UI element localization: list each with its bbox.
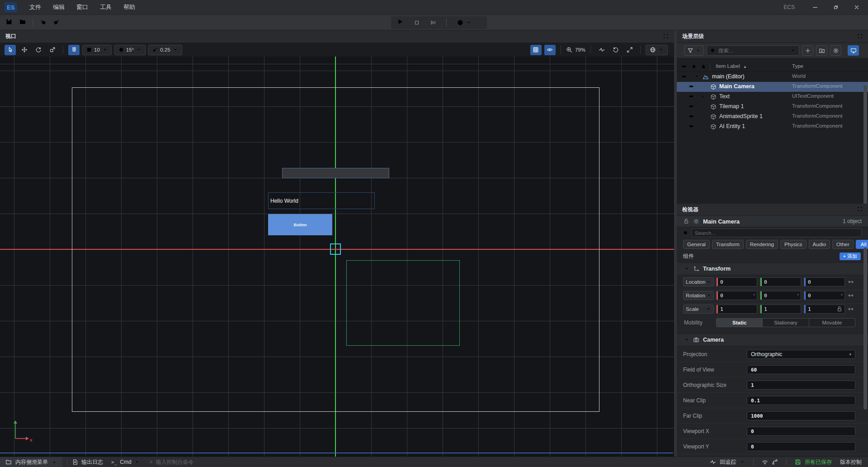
stop-button[interactable]: [414, 19, 420, 26]
source-control-branch-button[interactable]: [772, 459, 778, 465]
tree-row-text[interactable]: Text UITextComponent: [677, 92, 868, 102]
inspector-search-input[interactable]: [691, 229, 862, 237]
minimize-button[interactable]: [812, 4, 818, 10]
eye-icon[interactable]: [689, 114, 694, 120]
tab-transform[interactable]: Transform: [712, 240, 744, 249]
add-entity-button[interactable]: [802, 45, 813, 56]
hierarchy-settings-button[interactable]: [830, 45, 841, 56]
eye-icon[interactable]: [689, 94, 694, 100]
eye-icon[interactable]: [689, 124, 694, 130]
chevron-right-icon[interactable]: [700, 94, 706, 100]
redo-icon[interactable]: [53, 18, 60, 27]
traceback-dropdown[interactable]: 回追踪: [720, 458, 736, 466]
field-of-view-input[interactable]: [751, 367, 851, 373]
eye-icon[interactable]: [681, 74, 687, 81]
transform-section-header[interactable]: Transform: [677, 262, 868, 275]
scale-x-input[interactable]: [718, 306, 757, 312]
select-tool-button[interactable]: [5, 45, 16, 55]
scale-label-dropdown[interactable]: Scale: [683, 305, 714, 314]
far-clip-input[interactable]: [751, 413, 851, 419]
run-target-dropdown[interactable]: [457, 19, 472, 26]
lock-open-icon[interactable]: [836, 306, 843, 312]
lock-open-icon[interactable]: [683, 218, 689, 224]
hierarchy-expand-icon[interactable]: [857, 33, 863, 41]
tree-row-main-camera[interactable]: Main Camera TransformComponent: [677, 82, 868, 92]
menu-edit[interactable]: 编辑: [47, 0, 71, 15]
grid-visibility-toggle[interactable]: [530, 45, 542, 55]
app-logo[interactable]: ES: [5, 2, 17, 12]
scene-canvas[interactable]: Hello World Button x: [0, 57, 674, 457]
tab-physics[interactable]: Physics: [780, 240, 807, 249]
zoom-control[interactable]: 79%: [566, 47, 585, 53]
scale-y-input[interactable]: [762, 306, 801, 312]
stats-button[interactable]: [596, 45, 607, 55]
gear-icon[interactable]: [693, 218, 699, 224]
eye-icon[interactable]: [689, 84, 694, 91]
lock-column-icon[interactable]: [701, 64, 706, 70]
hierarchy-search-input[interactable]: [718, 48, 788, 53]
grid-snap-dropdown[interactable]: 10: [82, 45, 112, 55]
snap-toggle-button[interactable]: [68, 45, 80, 55]
play-button[interactable]: [396, 18, 404, 27]
close-button[interactable]: [854, 4, 860, 10]
menu-file[interactable]: 文件: [24, 0, 47, 15]
ui-text-element[interactable]: Hello World: [268, 192, 375, 209]
step-button[interactable]: [430, 19, 436, 26]
link-values-icon[interactable]: [848, 279, 854, 285]
filter-dropdown[interactable]: [684, 45, 704, 56]
tab-other[interactable]: Other: [832, 240, 854, 249]
column-type[interactable]: Type: [792, 63, 803, 69]
link-values-icon[interactable]: [848, 292, 854, 299]
chevron-down-icon[interactable]: [694, 74, 699, 81]
orthographic-size-input[interactable]: [751, 382, 851, 388]
tab-general[interactable]: General: [683, 240, 710, 249]
output-log-button[interactable]: 输出日志: [72, 458, 103, 466]
near-clip-input[interactable]: [751, 398, 851, 404]
inspector-expand-icon[interactable]: [857, 205, 863, 214]
menu-window[interactable]: 窗口: [71, 0, 94, 15]
viewport-expand-icon[interactable]: [663, 33, 669, 41]
viewport-x-input[interactable]: [751, 429, 851, 434]
open-folder-icon[interactable]: [19, 18, 26, 27]
column-item-label[interactable]: Item Label ▲: [716, 63, 747, 69]
entity-bounds-rect[interactable]: [346, 260, 460, 346]
vertical-scrollbar[interactable]: [863, 85, 867, 204]
rotation-snap-dropdown[interactable]: 15°: [114, 45, 146, 55]
tree-row-tilemap[interactable]: Tilemap 1 TransformComponent: [677, 102, 868, 112]
scale-tool-button[interactable]: [47, 45, 58, 55]
link-values-icon[interactable]: [848, 306, 854, 312]
gizmo-visibility-toggle[interactable]: [544, 45, 556, 55]
save-icon[interactable]: [5, 18, 13, 27]
location-x-input[interactable]: [718, 279, 757, 285]
tab-rendering[interactable]: Rendering: [746, 240, 778, 249]
connection-button[interactable]: [762, 459, 768, 465]
camera-section-header[interactable]: Camera: [677, 334, 868, 346]
content-drawer-button[interactable]: 内容侧滑菜单: [0, 457, 62, 467]
location-z-input[interactable]: [806, 279, 844, 285]
add-component-button[interactable]: + 添加: [840, 253, 861, 260]
tab-audio[interactable]: Audio: [809, 240, 830, 249]
vertical-scrollbar[interactable]: [863, 248, 867, 410]
tree-row-world[interactable]: main (Editor) World: [677, 72, 868, 82]
viewport-y-input[interactable]: [751, 444, 851, 450]
visibility-column-icon[interactable]: [681, 64, 687, 70]
menu-tools[interactable]: 工具: [94, 0, 118, 15]
rotation-y-input[interactable]: [762, 293, 797, 299]
rotation-z-input[interactable]: [806, 293, 841, 299]
mobility-static[interactable]: Static: [717, 319, 762, 327]
new-folder-button[interactable]: [816, 45, 827, 56]
mobility-stationary[interactable]: Stationary: [762, 319, 808, 327]
location-y-input[interactable]: [762, 279, 801, 285]
scale-snap-dropdown[interactable]: 0.25: [148, 45, 182, 55]
maximize-button[interactable]: [833, 4, 839, 10]
console-input[interactable]: > 输入控制台命令: [150, 458, 194, 466]
eye-icon[interactable]: [689, 104, 694, 110]
cmd-dropdown[interactable]: >_ Cmd: [111, 459, 140, 465]
rotate-tool-button[interactable]: [33, 45, 44, 55]
move-tool-button[interactable]: [19, 45, 30, 55]
world-dropdown[interactable]: [646, 45, 668, 55]
view-mode-button[interactable]: [848, 45, 859, 56]
favorite-column-icon[interactable]: [691, 64, 697, 70]
menu-help[interactable]: 帮助: [118, 0, 141, 15]
version-control-button[interactable]: 版本控制: [840, 458, 862, 466]
